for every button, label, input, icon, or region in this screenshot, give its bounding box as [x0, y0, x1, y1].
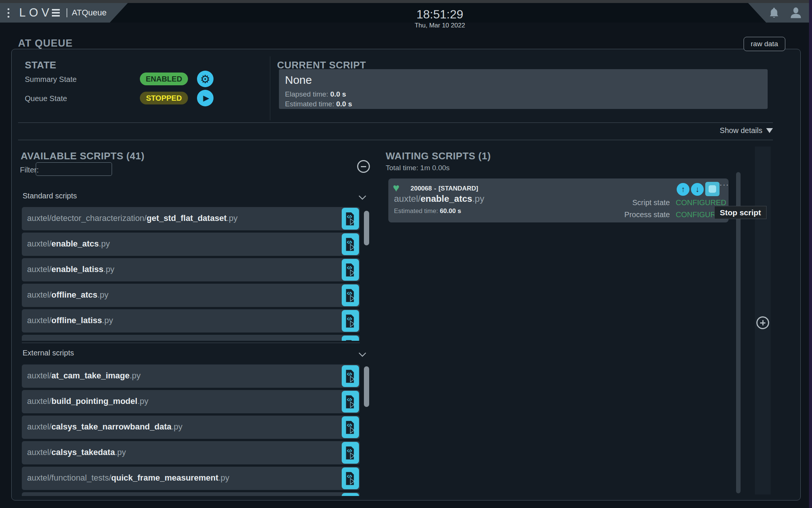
scrollbar-thumb[interactable]: [364, 211, 369, 245]
stop-icon: [709, 185, 716, 193]
script-state-label: Script state: [632, 198, 670, 207]
available-script-row[interactable]: [22, 335, 360, 341]
current-script-name: None: [285, 74, 312, 86]
available-script-row[interactable]: auxtel/at_cam_take_image.py: [22, 364, 360, 388]
caret-down-icon: [766, 128, 773, 133]
queue-state-label: Queue State: [25, 94, 67, 103]
available-script-row[interactable]: auxtel/enable_latiss.py: [22, 258, 360, 281]
stop-script-tooltip: Stop script: [714, 206, 767, 219]
window-top-strip: [0, 0, 812, 3]
available-script-row[interactable]: auxtel/enable_atcs.py: [22, 233, 360, 256]
external-list-scrollbar[interactable]: [364, 364, 369, 496]
available-script-row[interactable]: auxtel/detector_characterization/get_std…: [22, 207, 360, 230]
gear-icon[interactable]: ⚙: [197, 71, 214, 87]
script-header-separator: -: [434, 185, 436, 192]
launch-script-config-button[interactable]: [342, 467, 359, 489]
details-divider-top: [18, 122, 773, 123]
clock-date: Thu, Mar 10 2022: [383, 22, 496, 29]
script-more-menu[interactable]: ...: [720, 177, 729, 188]
external-scripts-header[interactable]: External scripts: [23, 349, 74, 357]
process-state-label: Process state: [624, 210, 670, 219]
chevron-down-icon[interactable]: [358, 352, 367, 358]
script-dir: auxtel/: [394, 194, 421, 204]
script-path: auxtel/build_pointing_model.py: [27, 396, 148, 406]
estimated-time-value: 0.0 s: [336, 100, 352, 108]
script-code-play-icon: [345, 314, 356, 328]
launch-script-config-button[interactable]: [342, 208, 359, 230]
available-script-row[interactable]: auxtel/calsys_take_narrowband_data.py: [22, 416, 360, 439]
script-ext: .py: [472, 194, 484, 204]
filter-input[interactable]: [36, 162, 112, 176]
collapse-minus-icon[interactable]: [357, 160, 370, 173]
atqueue-page: LOV ATQueue 18:51:29 Thu, Mar 10 2022: [0, 0, 812, 508]
launch-script-config-button[interactable]: [342, 493, 359, 496]
launch-script-config-button[interactable]: [342, 336, 359, 341]
waiting-scripts-title: WAITING SCRIPTS (1): [386, 150, 491, 162]
summary-state-badge: ENABLED: [140, 73, 188, 85]
window-edge-scrollbar[interactable]: [809, 0, 812, 508]
launch-script-config-button[interactable]: [342, 284, 359, 306]
play-icon[interactable]: ▶: [197, 90, 214, 106]
process-state-line: Process state CONFIGURED: [538, 210, 726, 219]
group-divider: [22, 343, 360, 343]
script-path: auxtel/enable_latiss.py: [27, 265, 114, 274]
menu-kebab-icon[interactable]: [8, 8, 9, 18]
waiting-estimated-line: Estimated time: 60.00 s: [394, 207, 461, 215]
standard-scripts-list: auxtel/detector_characterization/get_std…: [22, 207, 360, 341]
estimated-label: Estimated time:: [394, 207, 438, 215]
state-section-title: STATE: [25, 59, 56, 71]
stop-script-button[interactable]: [705, 182, 720, 196]
logo-xi-glyph: [52, 9, 60, 17]
show-details-toggle[interactable]: Show details: [698, 126, 773, 135]
waiting-total-time: Total time: 1m 0.00s: [386, 164, 450, 172]
move-script-down-button[interactable]: ↓: [691, 183, 704, 196]
script-code-play-icon: [345, 395, 356, 409]
script-path: auxtel/functional_tests/quick_frame_meas…: [27, 473, 229, 483]
waiting-script-path: auxtel/enable_atcs.py: [394, 194, 484, 204]
launch-script-config-button[interactable]: [342, 259, 359, 281]
logo-text: LOV: [19, 6, 53, 20]
estimated-time-line: Estimated time: 0.0 s: [285, 100, 352, 108]
script-code-play-icon: [345, 420, 356, 434]
available-script-row[interactable]: auxtel/offline_atcs.py: [22, 284, 360, 307]
standard-scripts-header[interactable]: Standard scripts: [23, 192, 77, 200]
script-code-play-icon: [345, 289, 356, 302]
script-filename: enable_atcs: [421, 194, 472, 204]
raw-data-button[interactable]: raw data: [744, 37, 785, 51]
launch-script-config-button[interactable]: [342, 233, 359, 255]
launch-script-config-button[interactable]: [342, 310, 359, 332]
script-path: auxtel/detector_characterization/get_std…: [27, 213, 238, 223]
standard-list-scrollbar[interactable]: [364, 207, 369, 340]
notifications-bell-icon[interactable]: [768, 7, 780, 19]
script-code-play-icon: [345, 472, 356, 485]
available-script-row[interactable]: auxtel/offline_latiss.py: [22, 309, 360, 333]
show-details-label: Show details: [720, 126, 762, 135]
script-path: auxtel/offline_latiss.py: [27, 316, 113, 325]
waiting-column-scrollbar[interactable]: [736, 172, 741, 493]
summary-state-label: Summary State: [25, 75, 77, 84]
script-code-play-icon: [345, 446, 356, 460]
top-navigation-bar: LOV ATQueue 18:51:29 Thu, Mar 10 2022: [0, 3, 812, 23]
launch-script-config-button[interactable]: [342, 365, 359, 387]
launch-script-config-button[interactable]: [342, 416, 359, 438]
script-code-play-icon: [345, 263, 356, 277]
script-path: auxtel/enable_atcs.py: [27, 239, 110, 249]
scrollbar-thumb[interactable]: [364, 366, 369, 407]
available-script-row[interactable]: auxtel/build_pointing_model.py: [22, 390, 360, 413]
panel-title: AT QUEUE: [18, 38, 73, 49]
user-profile-icon[interactable]: [789, 6, 802, 19]
elapsed-time-value: 0.0 s: [330, 90, 346, 98]
available-script-row[interactable]: auxtel/calsys_takedata.py: [22, 441, 360, 464]
state-divider: [270, 56, 270, 120]
script-code-play-icon: [345, 369, 356, 383]
launch-script-config-button[interactable]: [342, 442, 359, 464]
available-script-row[interactable]: [22, 492, 360, 496]
topbar-actions-plate: [734, 3, 809, 23]
chevron-down-icon[interactable]: [358, 195, 367, 201]
love-logo: LOV ATQueue: [19, 6, 107, 20]
expand-plus-icon[interactable]: [756, 316, 769, 329]
elapsed-time-line: Elapsed time: 0.0 s: [285, 90, 346, 98]
move-script-up-button[interactable]: ↑: [677, 183, 689, 196]
launch-script-config-button[interactable]: [342, 391, 359, 413]
available-script-row[interactable]: auxtel/functional_tests/quick_frame_meas…: [22, 467, 360, 490]
